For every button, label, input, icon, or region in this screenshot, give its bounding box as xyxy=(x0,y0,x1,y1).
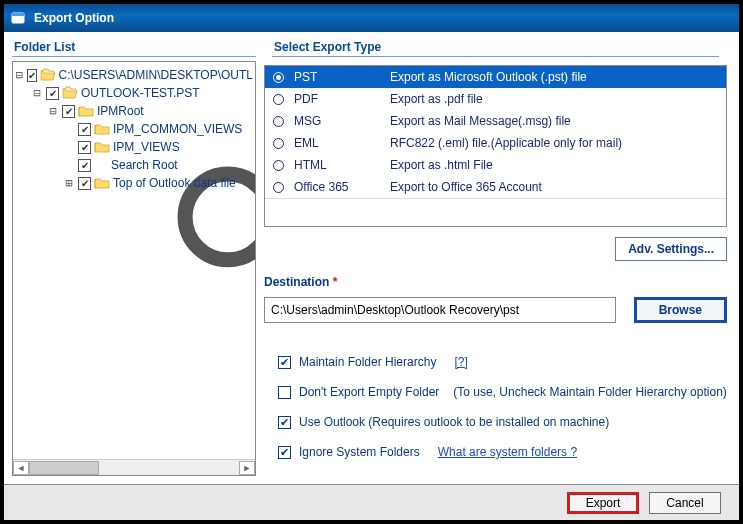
export-button[interactable]: Export xyxy=(567,492,639,514)
expand-toggle[interactable]: ⊟ xyxy=(47,104,59,118)
export-type-html[interactable]: HTML Export as .html File xyxy=(265,154,726,176)
tree-checkbox[interactable]: ✔ xyxy=(62,105,75,118)
type-desc: Export as .pdf file xyxy=(390,92,718,106)
what-are-system-folders-link[interactable]: What are system folders ? xyxy=(438,445,577,459)
tree-checkbox[interactable]: ✔ xyxy=(27,69,37,82)
tree-checkbox[interactable]: ✔ xyxy=(78,141,91,154)
tree-checkbox[interactable]: ✔ xyxy=(46,87,59,100)
tree-node-label[interactable]: IPM_COMMON_VIEWS xyxy=(113,122,242,136)
option-ignore-system-folders[interactable]: ✔ Ignore System Folders What are system … xyxy=(278,445,727,459)
export-type-eml[interactable]: EML RFC822 (.eml) file.(Applicable only … xyxy=(265,132,726,154)
scroll-right-icon[interactable]: ► xyxy=(239,461,255,475)
checkbox-icon xyxy=(278,386,291,399)
type-code: PST xyxy=(294,70,390,84)
export-type-pdf[interactable]: PDF Export as .pdf file xyxy=(265,88,726,110)
radio-icon xyxy=(273,94,284,105)
dialog-footer: Export Cancel xyxy=(4,484,739,520)
option-use-outlook[interactable]: ✔ Use Outlook (Requires outlook to be in… xyxy=(278,415,727,429)
folder-tree[interactable]: ⊟ ✔ C:\USERS\ADMIN\DESKTOP\OUTL ⊟ ✔ OUTL… xyxy=(13,62,255,459)
type-code: PDF xyxy=(294,92,390,106)
folder-icon xyxy=(94,176,110,190)
folder-list-label: Folder List xyxy=(4,32,264,56)
checkbox-icon: ✔ xyxy=(278,416,291,429)
tree-node-label[interactable]: C:\USERS\ADMIN\DESKTOP\OUTL xyxy=(59,68,253,82)
app-icon xyxy=(10,10,26,26)
horizontal-scrollbar[interactable]: ◄ ► xyxy=(13,459,255,475)
tree-node-label[interactable]: Top of Outlook data file xyxy=(113,176,236,190)
expand-toggle[interactable]: ⊟ xyxy=(15,68,24,82)
type-desc: Export as .html File xyxy=(390,158,718,172)
type-desc: Export as Microsoft Outlook (.pst) file xyxy=(390,70,718,84)
adv-settings-button[interactable]: Adv. Settings... xyxy=(615,237,727,261)
destination-input[interactable] xyxy=(264,297,616,323)
option-maintain-hierarchy[interactable]: ✔ Maintain Folder Hierarchy [?] xyxy=(278,355,727,369)
export-type-pst[interactable]: PST Export as Microsoft Outlook (.pst) f… xyxy=(265,66,726,88)
titlebar[interactable]: Export Option xyxy=(4,4,739,32)
tree-node-label[interactable]: IPMRoot xyxy=(97,104,144,118)
tree-checkbox[interactable]: ✔ xyxy=(78,159,91,172)
destination-label: Destination * xyxy=(264,275,727,289)
window-title: Export Option xyxy=(34,11,114,25)
search-icon xyxy=(94,158,108,172)
radio-icon xyxy=(273,160,284,171)
radio-icon xyxy=(273,72,284,83)
folder-icon xyxy=(78,104,94,118)
radio-icon xyxy=(273,138,284,149)
folder-icon xyxy=(94,122,110,136)
destination-label-text: Destination xyxy=(264,275,329,289)
tree-node-label[interactable]: OUTLOOK-TEST.PST xyxy=(81,86,200,100)
export-type-list: PST Export as Microsoft Outlook (.pst) f… xyxy=(264,65,727,227)
option-label: Don't Export Empty Folder xyxy=(299,385,439,399)
required-asterisk: * xyxy=(333,275,338,289)
export-type-office365[interactable]: Office 365 Export to Office 365 Account xyxy=(265,176,726,198)
export-option-dialog: Export Option Folder List ⊟ ✔ C:\USERS\A… xyxy=(0,0,743,524)
list-spacer xyxy=(265,198,726,226)
option-dont-export-empty[interactable]: Don't Export Empty Folder (To use, Unche… xyxy=(278,385,727,399)
folder-open-icon xyxy=(40,68,56,82)
radio-icon xyxy=(273,182,284,193)
help-link[interactable]: [?] xyxy=(454,355,467,369)
radio-icon xyxy=(273,116,284,127)
folder-tree-panel: ⊟ ✔ C:\USERS\ADMIN\DESKTOP\OUTL ⊟ ✔ OUTL… xyxy=(12,61,256,476)
type-code: MSG xyxy=(294,114,390,128)
checkbox-icon: ✔ xyxy=(278,356,291,369)
tree-checkbox[interactable]: ✔ xyxy=(78,123,91,136)
tree-checkbox[interactable]: ✔ xyxy=(78,177,91,190)
scroll-left-icon[interactable]: ◄ xyxy=(13,461,29,475)
expand-toggle[interactable]: ⊟ xyxy=(31,86,43,100)
expand-toggle[interactable]: ⊞ xyxy=(63,176,75,190)
option-label: Use Outlook (Requires outlook to be inst… xyxy=(299,415,609,429)
divider xyxy=(12,56,256,57)
folder-open-icon xyxy=(62,86,78,100)
type-desc: Export as Mail Message(.msg) file xyxy=(390,114,718,128)
tree-node-label[interactable]: Search Root xyxy=(111,158,178,172)
export-type-label: Select Export Type xyxy=(264,32,727,56)
type-code: HTML xyxy=(294,158,390,172)
tree-node-label[interactable]: IPM_VIEWS xyxy=(113,140,180,154)
option-hint: (To use, Uncheck Maintain Folder Hierarc… xyxy=(453,385,726,399)
type-desc: Export to Office 365 Account xyxy=(390,180,718,194)
option-label: Ignore System Folders xyxy=(299,445,420,459)
checkbox-icon: ✔ xyxy=(278,446,291,459)
cancel-button[interactable]: Cancel xyxy=(649,492,721,514)
type-code: EML xyxy=(294,136,390,150)
option-label: Maintain Folder Hierarchy xyxy=(299,355,436,369)
scroll-thumb[interactable] xyxy=(29,461,99,475)
folder-icon xyxy=(94,140,110,154)
type-desc: RFC822 (.eml) file.(Applicable only for … xyxy=(390,136,718,150)
divider xyxy=(272,56,719,57)
export-type-msg[interactable]: MSG Export as Mail Message(.msg) file xyxy=(265,110,726,132)
browse-button[interactable]: Browse xyxy=(634,297,727,323)
type-code: Office 365 xyxy=(294,180,390,194)
